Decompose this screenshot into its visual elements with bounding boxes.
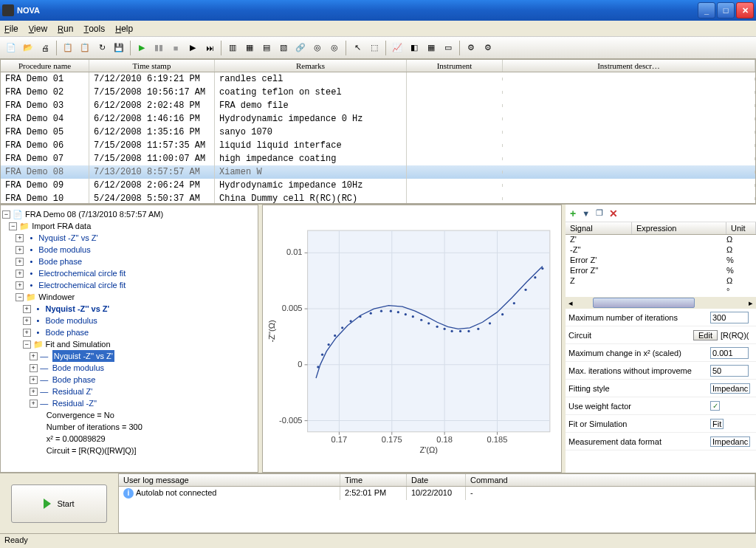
save-icon[interactable]: 💾 — [111, 40, 127, 56]
col-instrument[interactable]: Instrument — [407, 60, 503, 72]
circuit-edit-button[interactable]: Edit — [693, 330, 718, 340]
prop-fitstyle-select[interactable]: Impedanc — [710, 383, 750, 394]
prop-maxnoimp-input[interactable] — [710, 365, 749, 377]
menu-run[interactable]: Run — [58, 24, 73, 34]
minimize-button[interactable]: _ — [698, 2, 715, 18]
tool4-icon[interactable]: ⚙ — [480, 40, 496, 56]
tree-node[interactable]: +•Bode phase — [2, 326, 256, 338]
table-row[interactable]: FRA Demo 067/15/2008 11:57:35 AMliquid l… — [1, 139, 755, 152]
table-row[interactable]: FRA Demo 017/12/2010 6:19:21 PMrandles c… — [1, 72, 755, 86]
print-icon[interactable]: 🖨 — [37, 40, 53, 56]
layout1-icon[interactable]: ▥ — [224, 40, 241, 56]
menu-tools[interactable]: Tools — [83, 24, 105, 34]
copy-icon[interactable]: 📋 — [60, 40, 76, 56]
col-remarks[interactable]: Remarks — [215, 60, 407, 72]
box-icon[interactable]: ▭ — [440, 40, 456, 56]
arrow-icon[interactable]: ↖ — [349, 40, 365, 56]
tree-node[interactable]: −📁Windower — [2, 291, 256, 303]
tree-node[interactable]: −📁Fit and Simulation — [2, 338, 256, 350]
col-signal[interactable]: Signal — [566, 222, 632, 234]
tree-node[interactable]: +•Bode modulus — [2, 244, 256, 256]
layout4-icon[interactable]: ▧ — [275, 40, 292, 56]
col-log-date[interactable]: Date — [407, 474, 466, 486]
window-icon[interactable]: ❐ — [596, 208, 603, 218]
tree-node[interactable]: +—Nyquist -Z'' vs Z' — [2, 350, 256, 362]
filter-icon[interactable]: ▼ — [582, 209, 590, 218]
add-icon[interactable]: + — [570, 208, 576, 219]
nyquist-chart[interactable]: 0.170.1750.180.185-0.00500.0050.01Z'(Ω)-… — [263, 205, 561, 472]
tree-node[interactable]: +—Bode phase — [2, 374, 256, 386]
record-icon[interactable]: ▶ — [185, 40, 201, 56]
table-row[interactable]: FRA Demo 077/15/2008 11:00:07 AMhigh imp… — [1, 152, 755, 165]
tree-node[interactable]: +•Electrochemical circle fit — [2, 267, 256, 279]
prop-fitsim-select[interactable]: Fit — [710, 419, 724, 429]
pause-icon[interactable]: ▮▮ — [151, 40, 167, 56]
tree-node[interactable]: +•Nyquist -Z'' vs Z' — [2, 303, 256, 315]
signal-row[interactable]: Z'Ω — [566, 235, 756, 245]
tree-node[interactable]: Number of iterations = 300 — [2, 421, 256, 433]
col-expression[interactable]: Expression — [632, 222, 726, 234]
tree-node[interactable]: −📁Import FRA data — [2, 220, 256, 232]
signal-row[interactable]: Error Z''% — [566, 266, 756, 276]
tree-node[interactable]: +—Bode modulus — [2, 362, 256, 374]
refresh-icon[interactable]: ↻ — [94, 40, 110, 56]
col-log-time[interactable]: Time — [340, 474, 407, 486]
close-button[interactable]: ✕ — [736, 2, 754, 18]
start-button[interactable]: Start — [11, 484, 107, 523]
stop-icon[interactable]: ■ — [168, 40, 184, 56]
select-icon[interactable]: ⬚ — [366, 40, 382, 56]
procedure-table-body[interactable]: FRA Demo 017/12/2010 6:19:21 PMrandles c… — [1, 72, 755, 203]
prop-maxchg-input[interactable] — [710, 347, 749, 359]
tool2-icon[interactable]: ◎ — [326, 40, 343, 56]
tree-node[interactable]: x² = 0.00089829 — [2, 433, 256, 445]
new-icon[interactable]: 📄 — [3, 40, 19, 56]
table-row[interactable]: FRA Demo 087/13/2010 8:57:57 AMXiamen W — [1, 165, 755, 179]
tree-node[interactable]: +•Nyquist -Z'' vs Z' — [2, 232, 256, 244]
tree-node[interactable]: +—Residual -Z'' — [2, 397, 256, 409]
col-instrument-descr[interactable]: Instrument descr… — [503, 60, 755, 72]
signal-row[interactable]: -Z''Ω — [566, 245, 756, 256]
view2-icon[interactable]: ◧ — [406, 40, 422, 56]
table-row[interactable]: FRA Demo 046/12/2008 1:46:16 PMHydrodyna… — [1, 112, 755, 126]
table-row[interactable]: FRA Demo 056/12/2008 1:35:16 PMsanyo 107… — [1, 126, 755, 139]
signal-row[interactable]: Error Z'% — [566, 256, 756, 266]
link-icon[interactable]: 🔗 — [292, 40, 309, 56]
tree-node[interactable]: +•Bode phase — [2, 256, 256, 267]
signal-scrollbar[interactable]: ◂ ▸ — [566, 297, 756, 309]
table-row[interactable]: FRA Demo 027/15/2008 10:56:17 AMcoating … — [1, 86, 755, 99]
col-unit[interactable]: Unit — [726, 222, 756, 234]
prop-useweight-checkbox[interactable]: ✓ — [710, 401, 720, 411]
grid-icon[interactable]: ▦ — [423, 40, 439, 56]
tree-node[interactable]: Circuit = [R(RQ)([RW]Q)] — [2, 445, 256, 456]
maximize-button[interactable]: □ — [717, 2, 735, 18]
signal-row[interactable]: ° — [566, 287, 756, 297]
menu-help[interactable]: Help — [115, 24, 133, 34]
col-log-cmd[interactable]: Command — [466, 474, 755, 486]
skip-icon[interactable]: ⏭ — [202, 40, 218, 56]
signal-table-body[interactable]: Z'Ω-Z''ΩError Z'%Error Z''%ZΩ° — [566, 235, 756, 297]
tool-icon[interactable]: ◎ — [309, 40, 326, 56]
paste-icon[interactable]: 📋 — [77, 40, 93, 56]
tree-node[interactable]: −📄FRA Demo 08 (7/13/2010 8:57:57 AM) — [2, 208, 256, 220]
table-row[interactable]: FRA Demo 096/12/2008 2:06:24 PMHydrodyna… — [1, 179, 755, 192]
prop-measfmt-select[interactable]: Impedanc — [710, 436, 750, 447]
table-row[interactable]: FRA Demo 105/24/2008 5:50:37 AMChina Dum… — [1, 192, 755, 203]
tree-node[interactable]: +•Electrochemical circle fit — [2, 279, 256, 291]
tree-node[interactable]: Convergence = No — [2, 409, 256, 421]
col-log-msg[interactable]: User log message — [119, 474, 340, 486]
log-row[interactable]: iAutolab not connected 2:52:01 PM 10/22/… — [119, 487, 755, 500]
menu-file[interactable]: File — [4, 24, 18, 34]
delete-icon[interactable]: ✕ — [609, 208, 618, 219]
menu-view[interactable]: View — [29, 24, 47, 34]
layout2-icon[interactable]: ▦ — [241, 40, 258, 56]
col-timestamp[interactable]: Time stamp — [89, 60, 215, 72]
chart-icon[interactable]: 📈 — [389, 40, 405, 56]
layout3-icon[interactable]: ▤ — [258, 40, 275, 56]
tool3-icon[interactable]: ⚙ — [463, 40, 479, 56]
tree-panel[interactable]: −📄FRA Demo 08 (7/13/2010 8:57:57 AM) −📁I… — [0, 205, 258, 473]
table-row[interactable]: FRA Demo 036/12/2008 2:02:48 PMFRA demo … — [1, 99, 755, 112]
tree-node[interactable]: +•Bode modulus — [2, 315, 256, 326]
signal-row[interactable]: ZΩ — [566, 276, 756, 287]
prop-maxiter-input[interactable] — [710, 312, 749, 323]
play-icon[interactable]: ▶ — [134, 40, 150, 56]
